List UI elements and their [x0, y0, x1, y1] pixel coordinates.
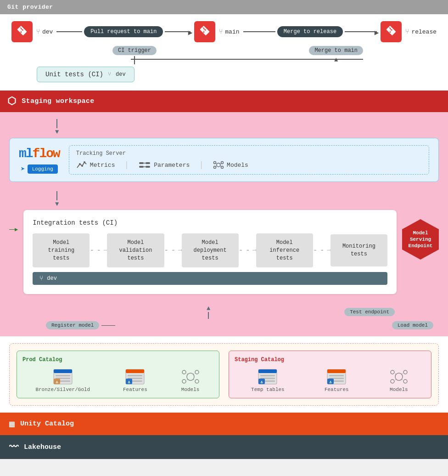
- unity-catalog-icon: ▦: [9, 418, 15, 430]
- model-inference-tests-box: Model inference tests: [256, 233, 313, 267]
- unit-tests-branch-icon: ⑂: [108, 71, 111, 78]
- prod-bronze-silver-gold: Δ Bronze/Silver/Gold: [35, 368, 90, 392]
- staging-models: Models: [389, 368, 409, 392]
- catalogs-row: Prod Catalog: [17, 351, 431, 398]
- register-model-label: Register model: [46, 321, 99, 329]
- staging-temp-tables: Δ Temp tables: [251, 368, 285, 392]
- ci-trigger-label: CI trigger: [112, 46, 157, 55]
- tracking-metrics: Metrics: [76, 160, 115, 170]
- unit-tests-label: Unit tests (CI): [45, 71, 103, 78]
- git-flow-row: ⑂ dev Pull request to main ▶ ⑂ main: [11, 21, 437, 42]
- svg-point-9: [217, 163, 220, 167]
- model-serving-endpoint-wrapper: Model Serving Endpoint: [402, 219, 439, 260]
- logging-arrow: ➤ Logging: [21, 164, 58, 174]
- models-icon-wrapper: [180, 368, 201, 385]
- svg-point-59: [403, 380, 407, 383]
- svg-point-56: [391, 370, 394, 374]
- tracking-items: Metrics | Parameters | Models: [76, 160, 422, 170]
- prod-models: Models: [180, 368, 201, 392]
- dev-branch-label: ⑂ dev: [36, 28, 53, 35]
- diagram-wrapper: Git provider ⑂ dev Pull request to main …: [0, 0, 448, 459]
- svg-line-38: [193, 374, 194, 374]
- svg-rect-4: [146, 162, 150, 164]
- svg-point-57: [403, 370, 407, 374]
- staging-icon: ⬡: [7, 95, 16, 108]
- unity-catalog-inner: Prod Catalog: [9, 343, 439, 406]
- release-git-icon: [381, 21, 402, 42]
- svg-line-63: [402, 379, 403, 380]
- svg-rect-50: [329, 375, 344, 376]
- main-branch-icon: ⑂: [219, 28, 223, 35]
- staging-models-icon-wrapper: [389, 368, 409, 385]
- svg-point-34: [195, 370, 199, 374]
- svg-rect-19: [54, 369, 72, 373]
- dashed-arrow-3: - - →: [239, 246, 256, 255]
- arrow-to-pull-request: Pull request to main ▶: [56, 26, 190, 37]
- unit-tests-branch: dev: [116, 71, 126, 78]
- action-labels-row: ▲ Test endpoint: [9, 305, 437, 319]
- release-branch-label: ⑂ release: [405, 28, 437, 35]
- svg-line-62: [395, 379, 396, 380]
- prod-catalog-items: Δ Bronze/Silver/Gold: [22, 368, 213, 392]
- dev-bar-icon: ⑂: [39, 275, 43, 282]
- unity-catalog-bar: ▦ Unity Catalog: [0, 413, 448, 435]
- main-branch-text: main: [225, 28, 239, 35]
- svg-line-14: [216, 164, 217, 164]
- monitoring-tests-box: Monitoring tests: [330, 234, 387, 266]
- lakehouse-icon: 〰: [9, 442, 18, 453]
- svg-point-36: [195, 380, 199, 383]
- merge-to-release-btn[interactable]: Merge to release: [277, 26, 343, 37]
- staging-catalog-items: Δ Temp tables: [235, 368, 426, 392]
- mlflow-section: mlflow ➤ Logging Tracking Server: [9, 138, 439, 182]
- register-model-area: Register model: [46, 321, 115, 329]
- svg-rect-42: [258, 369, 277, 373]
- staging-catalog-box: Staging Catalog: [229, 351, 431, 398]
- tracking-models: Models: [213, 160, 248, 170]
- svg-line-39: [187, 379, 188, 380]
- unity-catalog-label: Unity Catalog: [20, 420, 74, 428]
- inference-up-arrow: ▲: [207, 305, 210, 319]
- dev-branch-text: dev: [42, 28, 53, 35]
- svg-rect-43: [260, 375, 275, 376]
- register-model-line: [101, 325, 115, 326]
- prod-catalog-box: Prod Catalog: [17, 351, 219, 398]
- svg-rect-6: [146, 166, 150, 168]
- unity-catalog-section: Prod Catalog: [0, 336, 448, 413]
- svg-line-37: [187, 374, 188, 374]
- dashed-arrow-4: - - →: [313, 246, 330, 255]
- mlflow-logo: mlflow: [19, 147, 60, 161]
- dashed-arrow-1: - - →: [90, 246, 107, 255]
- top-section: ⑂ dev Pull request to main ▶ ⑂ main: [0, 14, 448, 87]
- test-flow: Model training tests - - → Model validat…: [33, 233, 387, 267]
- dev-branch-icon: ⑂: [36, 28, 40, 35]
- git-provider-bar: Git provider: [0, 0, 448, 14]
- staging-features: Δ Features: [325, 368, 349, 392]
- logging-btn[interactable]: Logging: [28, 164, 58, 174]
- dashed-arrow-2: - - →: [164, 246, 182, 255]
- features-icon-wrapper: Δ: [125, 368, 145, 385]
- green-arrow-left: ▶: [9, 226, 18, 233]
- tracking-parameters: Parameters: [138, 160, 190, 170]
- integration-tests-wrapper: ▶ Integration tests (CI) Model training …: [9, 210, 439, 301]
- prod-catalog-title: Prod Catalog: [22, 357, 213, 363]
- svg-line-60: [395, 374, 396, 374]
- bronze-icon-wrapper: Δ: [53, 368, 73, 385]
- staging-workspace-bar: ⬡ Staging workspace: [0, 91, 448, 112]
- svg-line-16: [216, 166, 217, 167]
- temp-tables-icon-wrapper: Δ: [258, 368, 278, 385]
- svg-point-35: [182, 380, 186, 383]
- svg-point-2: [84, 161, 85, 163]
- pull-request-btn[interactable]: Pull request to main: [84, 26, 163, 37]
- svg-point-58: [391, 380, 394, 383]
- model-deployment-tests-box: Model deployment tests: [182, 233, 239, 267]
- load-model-label: Load model: [392, 321, 433, 329]
- release-branch-text: release: [411, 28, 437, 35]
- svg-point-33: [182, 370, 186, 374]
- staging-features-icon-wrapper: Δ: [326, 368, 347, 385]
- svg-rect-26: [126, 369, 144, 373]
- svg-line-40: [193, 379, 194, 380]
- release-branch-icon: ⑂: [405, 28, 409, 35]
- integration-title: Integration tests (CI): [33, 219, 387, 227]
- svg-line-61: [402, 374, 403, 374]
- main-git-icon: [194, 21, 215, 42]
